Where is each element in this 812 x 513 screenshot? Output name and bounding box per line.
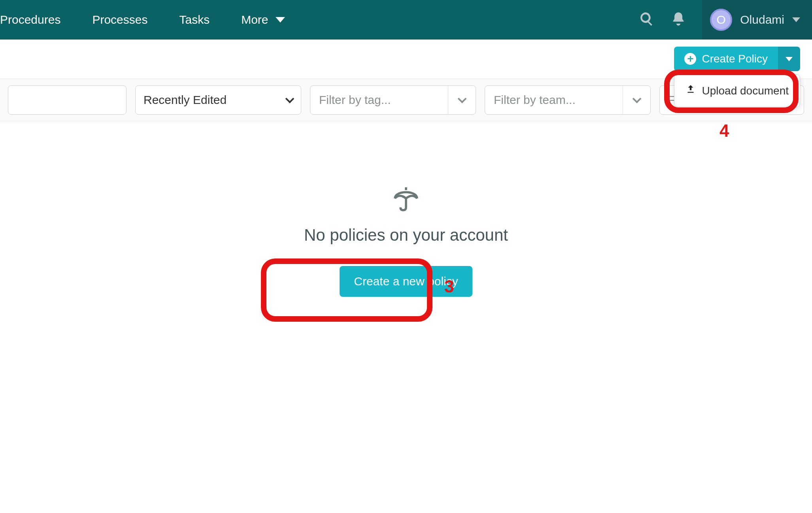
filter-by-team[interactable]: Filter by team... [485, 85, 651, 115]
sort-select[interactable]: Recently Edited [135, 85, 301, 115]
chevron-down-icon [285, 94, 295, 104]
nav-label: Tasks [179, 13, 210, 26]
chevron-down-icon [457, 94, 466, 104]
filter-by-team-toggle[interactable] [623, 86, 650, 114]
user-menu[interactable]: O Oludami [702, 0, 812, 40]
action-bar: + Create Policy Upload document [0, 40, 812, 79]
upload-document-item[interactable]: Upload document [674, 77, 800, 104]
nav-label: Procedures [0, 13, 60, 26]
caret-down-icon [786, 57, 793, 61]
user-name: Oludami [740, 13, 784, 26]
create-policy-group: + Create Policy [674, 47, 800, 71]
create-new-policy-button[interactable]: Create a new policy [340, 266, 472, 297]
chevron-down-icon [632, 94, 641, 104]
nav-item-procedures[interactable]: Procedures [0, 13, 76, 26]
umbrella-icon [392, 185, 420, 214]
create-policy-button[interactable]: + Create Policy [674, 47, 778, 71]
empty-state: No policies on your account Create a new… [0, 121, 812, 297]
sort-selected-label: Recently Edited [144, 93, 227, 107]
filter-by-team-placeholder: Filter by team... [485, 93, 623, 107]
nav-label: More [241, 13, 268, 26]
notifications-button[interactable] [663, 4, 694, 36]
create-policy-dropdown: Upload document [674, 74, 800, 107]
create-policy-label: Create Policy [702, 53, 768, 65]
search-policies-input[interactable] [8, 85, 127, 115]
avatar-initial: O [717, 13, 726, 26]
bell-icon [670, 11, 686, 28]
nav-item-more[interactable]: More [225, 13, 300, 26]
top-nav: Procedures Processes Tasks More O Oludam… [0, 0, 812, 40]
upload-icon [685, 84, 696, 97]
nav-item-processes[interactable]: Processes [76, 13, 163, 26]
create-new-policy-label: Create a new policy [354, 275, 458, 288]
nav-label: Processes [92, 13, 147, 26]
filter-by-tag-placeholder: Filter by tag... [310, 93, 448, 107]
search-button[interactable] [631, 4, 663, 36]
avatar: O [710, 9, 732, 31]
chevron-down-icon [276, 17, 285, 23]
chevron-down-icon [792, 17, 800, 22]
plus-circle-icon: + [684, 53, 696, 65]
empty-title: No policies on your account [0, 226, 812, 245]
create-policy-dropdown-toggle[interactable] [778, 47, 800, 71]
nav-links: Procedures Processes Tasks More [0, 13, 301, 26]
search-icon [639, 11, 655, 28]
filter-by-tag-toggle[interactable] [448, 86, 476, 114]
nav-item-tasks[interactable]: Tasks [163, 13, 225, 26]
upload-document-label: Upload document [702, 85, 789, 97]
filter-by-tag[interactable]: Filter by tag... [310, 85, 476, 115]
